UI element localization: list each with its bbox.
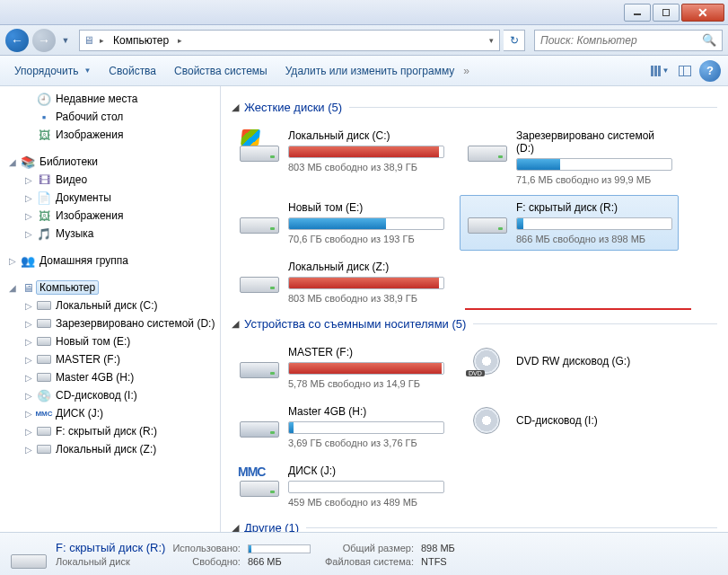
drive-label: Локальный диск (C:) bbox=[288, 129, 444, 142]
drive-free-text: 3,69 ГБ свободно из 3,76 ГБ bbox=[288, 438, 444, 448]
sidebar-desktop[interactable]: ▪Рабочий стол bbox=[22, 108, 220, 126]
preview-pane-button[interactable] bbox=[672, 60, 697, 82]
organize-button[interactable]: Упорядочить▼ bbox=[5, 59, 100, 83]
drive-label: DVD RW дисковод (G:) bbox=[516, 355, 672, 367]
details-total-val: 898 МБ bbox=[421, 543, 455, 553]
collapse-icon: ◢ bbox=[232, 102, 239, 113]
drive-label: Локальный диск (Z:) bbox=[288, 261, 444, 273]
drive-icon bbox=[238, 346, 281, 378]
uninstall-button[interactable]: Удалить или изменить программу bbox=[276, 59, 464, 83]
sidebar-pictures-lib[interactable]: ▷🖼Изображения bbox=[22, 207, 220, 225]
details-free-val: 866 МБ bbox=[248, 556, 311, 567]
sidebar-drive-item[interactable]: ▷Локальный диск (Z:) bbox=[22, 440, 220, 458]
drive-icon bbox=[238, 261, 281, 293]
sidebar: 🕘Недавние места ▪Рабочий стол 🖼Изображен… bbox=[0, 86, 221, 532]
content-pane: ◢ Жесткие диски (5) Локальный диск (C:) … bbox=[221, 86, 728, 532]
sidebar-homegroup[interactable]: ▷👥Домашняя группа bbox=[5, 252, 220, 270]
drive-f[interactable]: MASTER (F:) 5,78 МБ свободно из 14,9 ГБ bbox=[232, 340, 451, 395]
system-properties-button[interactable]: Свойства системы bbox=[165, 59, 276, 83]
group-removable[interactable]: ◢ Устройства со съемными носителями (5) bbox=[232, 317, 717, 331]
drive-d[interactable]: Зарезервировано системой (D:) 71,6 МБ св… bbox=[460, 123, 679, 191]
drive-label: Новый том (E:) bbox=[288, 201, 444, 214]
sidebar-recent[interactable]: 🕘Недавние места bbox=[22, 90, 220, 108]
chevron-right-icon: ▸ bbox=[98, 36, 106, 45]
drive-icon bbox=[466, 129, 509, 162]
help-button[interactable]: ? bbox=[697, 60, 723, 82]
drive-free-text: 866 МБ свободно из 898 МБ bbox=[516, 234, 672, 244]
nav-history-dropdown[interactable]: ▼ bbox=[59, 29, 72, 52]
sidebar-drive-item[interactable]: ▷F: скрытый диск (R:) bbox=[22, 422, 220, 440]
drive-free-text: 803 МБ свободно из 38,9 ГБ bbox=[288, 293, 444, 304]
toolbar: Упорядочить▼ Свойства Свойства системы У… bbox=[0, 56, 728, 86]
back-button[interactable]: ← bbox=[5, 29, 29, 52]
sidebar-music[interactable]: ▷🎵Музыка bbox=[22, 225, 220, 243]
maximize-button[interactable] bbox=[653, 4, 680, 22]
drive-i[interactable]: CD-дисковод (I:) bbox=[460, 399, 679, 455]
computer-icon: 🖥 bbox=[83, 34, 94, 47]
drive-e[interactable]: Новый том (E:) 70,6 ГБ свободно из 193 Г… bbox=[232, 195, 451, 251]
drive-icon bbox=[11, 540, 47, 569]
libraries-group: ◢📚Библиотеки ▷🎞Видео ▷📄Документы ▷🖼Изобр… bbox=[5, 153, 220, 243]
search-icon: 🔍 bbox=[702, 33, 716, 47]
details-total-label: Общий размер: bbox=[325, 543, 414, 553]
sidebar-documents[interactable]: ▷📄Документы bbox=[22, 189, 220, 207]
drive-label: F: скрытый диск (R:) bbox=[516, 201, 672, 214]
drive-icon bbox=[238, 201, 281, 234]
drive-j[interactable]: MMC ДИСК (J:) 459 МБ свободно из 489 МБ bbox=[232, 458, 451, 514]
sidebar-libraries[interactable]: ◢📚Библиотеки bbox=[5, 153, 220, 171]
group-hard-disks[interactable]: ◢ Жесткие диски (5) bbox=[232, 101, 717, 114]
forward-button[interactable]: → bbox=[32, 29, 56, 52]
drive-r[interactable]: F: скрытый диск (R:) 866 МБ свободно из … bbox=[460, 195, 679, 251]
drive-icon bbox=[238, 405, 281, 438]
close-button[interactable]: ✕ bbox=[681, 4, 724, 22]
sidebar-drive-item[interactable]: ▷MASTER (F:) bbox=[22, 350, 220, 368]
view-button[interactable]: ▼ bbox=[647, 60, 672, 82]
sidebar-drive-item[interactable]: ▷Новый том (E:) bbox=[22, 332, 220, 350]
computer-group: ◢🖥Компьютер ▷Локальный диск (C:)▷Зарезер… bbox=[5, 279, 220, 458]
address-bar[interactable]: 🖥 ▸ Компьютер ▸ ▾ bbox=[79, 30, 500, 51]
annotation-underline bbox=[465, 308, 691, 310]
details-fs-val: NTFS bbox=[421, 556, 455, 567]
drive-h[interactable]: Master 4GB (H:) 3,69 ГБ свободно из 3,76… bbox=[232, 399, 451, 455]
sidebar-drive-item[interactable]: ▷Зарезервировано системой (D:) bbox=[22, 314, 220, 332]
breadcrumb-computer[interactable]: Компьютер bbox=[110, 32, 172, 49]
sidebar-video[interactable]: ▷🎞Видео bbox=[22, 171, 220, 189]
sidebar-pictures-fav[interactable]: 🖼Изображения bbox=[22, 126, 220, 144]
sidebar-drive-item[interactable]: ▷MMCДИСК (J:) bbox=[22, 404, 220, 422]
homegroup-group: ▷👥Домашняя группа bbox=[5, 252, 220, 270]
details-name: F: скрытый диск (R:) bbox=[56, 541, 165, 554]
mmc-icon: MMC bbox=[238, 464, 281, 497]
drive-z[interactable]: Локальный диск (Z:) 803 МБ свободно из 3… bbox=[232, 254, 451, 310]
details-used-label: Использовано: bbox=[172, 543, 241, 553]
drive-icon bbox=[238, 129, 281, 162]
drive-label: MASTER (F:) bbox=[288, 346, 444, 358]
drive-free-text: 5,78 МБ свободно из 14,9 ГБ bbox=[288, 378, 444, 389]
details-used-bar bbox=[248, 542, 311, 553]
sidebar-drive-item[interactable]: ▷Master 4GB (H:) bbox=[22, 368, 220, 386]
drive-free-text: 459 МБ свободно из 489 МБ bbox=[288, 497, 444, 508]
search-input[interactable] bbox=[540, 34, 702, 47]
drive-c[interactable]: Локальный диск (C:) 803 МБ свободно из 3… bbox=[232, 123, 451, 191]
drive-g[interactable]: DVD DVD RW дисковод (G:) bbox=[460, 340, 679, 395]
drive-label: CD-дисковод (I:) bbox=[516, 414, 672, 427]
collapse-icon: ◢ bbox=[232, 318, 239, 330]
details-free-label: Свободно: bbox=[172, 556, 241, 567]
titlebar: ✕ bbox=[0, 0, 728, 25]
address-dropdown[interactable]: ▾ bbox=[487, 36, 496, 45]
drive-label: ДИСК (J:) bbox=[288, 464, 444, 477]
group-other[interactable]: ◢ Другие (1) bbox=[232, 521, 717, 532]
properties-button[interactable]: Свойства bbox=[100, 59, 165, 83]
minimize-button[interactable] bbox=[624, 4, 651, 22]
drive-free-text: 71,6 МБ свободно из 99,9 МБ bbox=[516, 174, 672, 185]
sidebar-drive-item[interactable]: ▷💿CD-дисковод (I:) bbox=[22, 386, 220, 404]
details-pane: F: скрытый диск (R:) Использовано: Общий… bbox=[0, 532, 728, 575]
chevron-right-icon[interactable]: ▸ bbox=[176, 36, 184, 45]
drive-free-text: 70,6 ГБ свободно из 193 ГБ bbox=[288, 234, 444, 244]
search-box[interactable]: 🔍 bbox=[534, 30, 723, 51]
navbar: ← → ▼ 🖥 ▸ Компьютер ▸ ▾ ↻ 🔍 bbox=[0, 25, 728, 56]
drive-free-text: 803 МБ свободно из 38,9 ГБ bbox=[288, 162, 444, 172]
sidebar-computer[interactable]: ◢🖥Компьютер bbox=[5, 279, 220, 296]
sidebar-drive-item[interactable]: ▷Локальный диск (C:) bbox=[22, 296, 220, 314]
refresh-button[interactable]: ↻ bbox=[504, 30, 525, 51]
drive-label: Зарезервировано системой (D:) bbox=[516, 129, 672, 155]
